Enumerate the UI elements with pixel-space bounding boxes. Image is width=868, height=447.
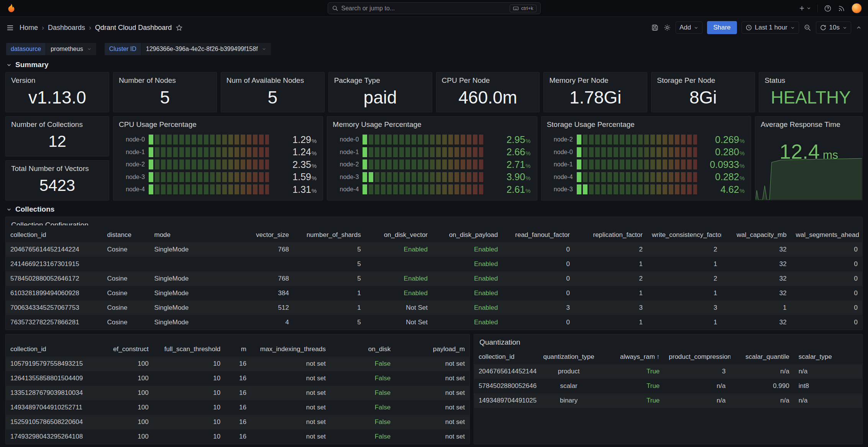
variable-datasource-value: prometheus — [51, 46, 83, 53]
panel-title[interactable]: Number of Collections — [6, 117, 109, 130]
table-cell: 12641355858801504409 — [6, 371, 105, 386]
column-header[interactable]: payload_m — [395, 342, 469, 357]
panel-title[interactable]: Quantization — [474, 334, 862, 347]
search-input[interactable] — [341, 5, 507, 12]
time-range-picker[interactable]: Last 1 hour — [742, 21, 799, 34]
column-header[interactable]: collection_id — [6, 342, 105, 357]
share-button[interactable]: Share — [707, 21, 737, 34]
table-row: 17493298043295264108 100 10 16 not set F… — [6, 429, 469, 444]
panel-title[interactable]: CPU Per Node — [436, 72, 540, 85]
column-header[interactable]: mode — [149, 228, 222, 242]
add-button[interactable]: Add — [676, 21, 702, 34]
panel-title[interactable]: Memory Usage Percentage — [327, 117, 537, 130]
panel-title[interactable]: Collection Configuration — [6, 217, 862, 225]
table-cell — [366, 257, 432, 271]
zoom-out-icon[interactable] — [804, 24, 811, 31]
column-header[interactable]: write_consistency_factor — [647, 228, 722, 242]
table-cell: SingleMode — [149, 271, 222, 286]
section-summary[interactable]: Summary — [0, 58, 868, 72]
breadcrumb-item-dashboards[interactable]: Dashboards — [48, 24, 85, 32]
table-cell: 14934897044910252711 — [6, 400, 105, 415]
column-header[interactable]: scalar_type — [794, 350, 862, 364]
panel-title[interactable]: Version — [6, 72, 109, 85]
column-header[interactable]: distance — [103, 228, 150, 242]
section-collections[interactable]: Collections — [0, 202, 868, 217]
table-row: 7635732782257866281 Cosine SingleMode 4 … — [6, 315, 862, 330]
table-cell: int8 — [794, 379, 862, 393]
news-icon[interactable] — [838, 5, 845, 12]
variable-datasource-dropdown[interactable]: prometheus — [46, 43, 96, 55]
column-header[interactable]: scalar_quantile — [730, 350, 794, 364]
panel-title[interactable]: Memory Per Node — [544, 72, 647, 85]
column-header[interactable]: number_of_shards — [294, 228, 366, 242]
breadcrumb-item-home[interactable]: Home — [20, 24, 38, 32]
column-header[interactable]: wal_capacity_mb — [722, 228, 791, 242]
panel-title[interactable]: Status — [759, 72, 862, 85]
column-header[interactable]: on_disk_vector — [366, 228, 432, 242]
column-header[interactable]: wal_segments_ahead — [791, 228, 862, 242]
panel-title[interactable]: Num of Available Nodes — [221, 72, 324, 85]
gauge-bar — [577, 159, 697, 169]
table-cell: 1 — [647, 286, 722, 301]
sort-ascending-icon: ↑ — [656, 353, 660, 360]
settings-icon[interactable] — [663, 24, 671, 31]
panel-quantization: Quantization collection_id quantization_… — [474, 334, 863, 444]
column-header[interactable]: vector_size — [222, 228, 294, 242]
gauge-row: node-2 2.71% — [333, 158, 530, 171]
variable-cluster-dropdown[interactable]: 1296366e-396a-4e2c-8f26-b399499f158f — [141, 43, 271, 55]
column-header[interactable]: ef_construct — [105, 342, 153, 357]
panel-title[interactable]: Storage Usage Percentage — [541, 117, 751, 130]
status-value: HEALTHY — [759, 85, 862, 112]
column-header[interactable]: collection_id — [6, 228, 103, 242]
table-cell: False — [330, 415, 395, 429]
column-header[interactable]: on_disk_payload — [432, 228, 502, 242]
gauge-row: node-0 2.95% — [333, 133, 530, 146]
table-cell: 1 — [574, 286, 647, 301]
search-box[interactable]: ctrl+k — [328, 2, 541, 14]
new-button[interactable] — [798, 5, 811, 12]
column-header[interactable]: quantization_type — [537, 350, 601, 364]
user-avatar[interactable] — [852, 3, 862, 13]
column-header[interactable]: m — [225, 342, 251, 357]
gauge-node-label: node-0 — [333, 136, 359, 143]
panel-title[interactable]: Number of Nodes — [113, 72, 217, 85]
column-header[interactable]: product_compression — [664, 350, 730, 364]
menu-icon[interactable] — [6, 24, 14, 32]
refresh-button[interactable]: 10s — [816, 21, 851, 34]
table-cell: 32 — [722, 257, 791, 271]
table-cell: 5 — [294, 271, 366, 286]
panel-title[interactable]: Average Response Time — [755, 117, 862, 130]
column-header[interactable]: on_disk — [330, 342, 395, 357]
save-dashboard-icon[interactable] — [651, 24, 659, 31]
table-cell: 3 — [574, 301, 647, 315]
gauge-value: 0.282% — [701, 172, 745, 182]
column-header[interactable]: max_indexing_threads — [251, 342, 330, 357]
help-icon[interactable] — [824, 5, 832, 12]
table-cell: 768 — [222, 271, 294, 286]
column-header[interactable]: full_scan_threshold — [153, 342, 225, 357]
gauge-value: 4.62% — [701, 185, 745, 194]
panel-title[interactable]: Total Number of Vectors — [6, 161, 109, 174]
grafana-logo-icon[interactable] — [6, 3, 16, 13]
column-header[interactable]: collection_id — [474, 350, 537, 364]
table-cell: 1 — [294, 286, 366, 301]
panel-title[interactable]: CPU Usage Percentage — [113, 117, 323, 130]
table-row: 7006343345257067753 Cosine SingleMode 51… — [6, 301, 862, 315]
column-header[interactable]: replication_factor — [574, 228, 647, 242]
gauge-bar — [149, 147, 269, 157]
panel-title[interactable]: Storage Per Node — [651, 72, 755, 85]
panel-title[interactable]: Package Type — [329, 72, 432, 85]
keyboard-icon — [513, 5, 519, 12]
table-header-row: collection_id ef_construct full_scan_thr… — [6, 342, 469, 357]
column-header-sorted[interactable]: always_ram↑ — [601, 350, 664, 364]
table-cell: 16 — [225, 429, 251, 444]
gauge-node-label: node-2 — [120, 161, 145, 168]
table-cell: 16 — [225, 371, 251, 386]
stat-value: 5 — [113, 85, 217, 112]
column-header[interactable]: read_fanout_factor — [502, 228, 574, 242]
table-cell: False — [330, 386, 395, 400]
star-icon[interactable] — [176, 24, 183, 31]
panel-title[interactable]: HNSW Configuration — [6, 334, 469, 340]
table-cell: 5784502880052646172 — [6, 271, 103, 286]
scroll-top-icon[interactable] — [856, 25, 862, 31]
